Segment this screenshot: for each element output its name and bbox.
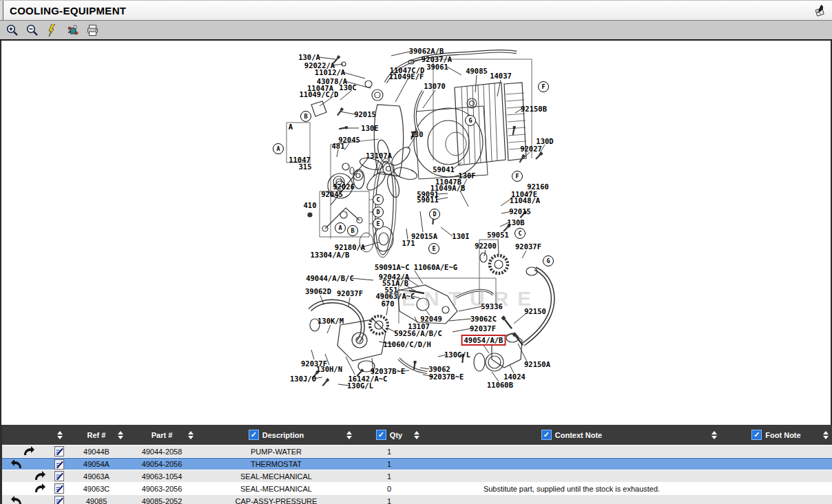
column-checkbox-checked[interactable] [376,430,386,440]
part-label[interactable]: 13107A [366,151,392,160]
sort-icon[interactable] [414,431,419,439]
part-label[interactable]: 92045 [321,190,343,198]
part-label[interactable]: 11048/A [510,196,540,204]
part-label-highlighted[interactable]: 49054/A/B [461,335,506,346]
table-header: Ref #Part #DescriptionQtyContext NoteFoo… [2,425,832,445]
sort-icon[interactable] [57,431,63,439]
part-label[interactable]: 11060B [487,381,513,389]
part-label[interactable]: 92150B [521,105,547,113]
hotspots-icon[interactable] [65,23,79,37]
callout-E: E [373,218,384,229]
part-label[interactable]: 130G/L [444,350,470,359]
part-label[interactable]: 49044/A/B/C [306,274,354,282]
column-checkbox-checked[interactable] [249,430,259,440]
sort-icon[interactable] [188,431,194,439]
part-label[interactable]: 410 [304,201,317,209]
table-row[interactable]: 4908549085-2052CAP-ASSY-PRESSURE1 [2,495,832,504]
column-header-row-actions[interactable] [2,425,66,445]
part-label[interactable]: 13070 [424,82,446,90]
part-label[interactable]: 130E [361,124,378,132]
column-header-qty[interactable]: Qty [355,425,423,445]
column-checkbox-checked[interactable] [541,430,552,440]
part-label[interactable]: 92015A [411,232,437,240]
part-label[interactable]: 92037B~E [429,372,464,381]
arrow-back-icon[interactable] [10,459,23,470]
zoom-in-icon[interactable] [6,23,19,37]
part-label[interactable]: 39062C [470,315,497,323]
part-label[interactable]: 92037F [515,242,541,251]
part-label[interactable]: 171 [402,239,415,247]
arrow-forward-icon[interactable] [23,445,35,457]
table-row[interactable]: 49063C49063-2056SEAL-MECHANICAL0Substitu… [2,483,832,494]
part-label[interactable]: 11049E/F [389,72,424,81]
part-label[interactable]: 14037 [490,72,512,80]
part-notes-icon[interactable] [54,446,64,457]
part-label[interactable]: 315 [299,162,312,171]
part-label[interactable]: 130J/O [290,375,316,383]
table-row[interactable]: 49044B49044-2058PUMP-WATER1 [2,445,832,457]
column-header-ref-[interactable]: Ref # [66,425,127,445]
sort-icon[interactable] [346,431,352,439]
part-label[interactable]: 130K/M [318,317,344,325]
column-header-foot-note[interactable]: Foot Note [720,425,832,445]
part-label[interactable]: 59256/A/B/C [394,329,442,337]
table-row[interactable]: 49063A49063-1054SEAL-MECHANICAL1 [2,470,832,482]
part-label[interactable]: 92015 [509,207,531,216]
part-notes-icon[interactable] [54,496,64,504]
part-label[interactable]: 130H/N [316,365,342,373]
part-notes-icon[interactable] [54,483,64,494]
part-label[interactable]: 92027 [520,145,542,153]
part-label[interactable]: 92015 [354,110,376,118]
part-label[interactable]: A [289,123,293,131]
sort-icon[interactable] [711,431,717,439]
part-label[interactable]: 481 [332,142,345,150]
part-label[interactable]: 670 [382,300,395,308]
part-label[interactable]: 11060/C/D/H [383,340,431,348]
part-label[interactable]: 130 [410,130,424,138]
column-checkbox-checked[interactable] [751,430,762,440]
part-label[interactable]: 92037F [337,289,363,297]
part-label[interactable]: 130I [452,232,469,240]
part-notes-icon[interactable] [54,459,64,470]
part-label[interactable]: 59336 [481,302,503,311]
arrow-back-icon[interactable] [10,495,23,504]
sort-icon[interactable] [823,431,829,439]
part-label[interactable]: 13304/A/B [311,251,350,259]
page-title: COOLING-EQUIPMENT [10,5,126,17]
part-label[interactable]: 130/A [298,53,320,61]
part-label[interactable]: 11012/A [315,68,345,76]
part-label[interactable]: 39061 [426,63,448,71]
part-label[interactable]: 39062A/B [409,47,444,55]
part-label[interactable]: 59091A~C 11060A/E~G [375,263,457,271]
part-label[interactable]: 92037F [470,324,496,333]
part-label[interactable]: 59011 [417,196,439,204]
arrow-forward-icon[interactable] [34,483,46,494]
part-label[interactable]: 130B [507,218,524,227]
arrow-forward-icon[interactable] [34,470,46,482]
part-label[interactable]: 130C [339,83,356,92]
part-label[interactable]: 59041 [433,165,455,174]
part-label[interactable]: 92200 [475,242,497,250]
part-label[interactable]: 92150A [524,360,550,368]
part-label[interactable]: 14024 [503,372,526,381]
part-label[interactable]: 92037B~E [371,367,406,375]
zoom-out-icon[interactable] [25,23,39,37]
column-label: Qty [390,431,402,439]
part-label[interactable]: 59051 [487,231,509,239]
column-header-description[interactable]: Description [197,425,355,445]
sort-icon[interactable] [118,431,123,439]
column-header-part-[interactable]: Part # [127,425,197,445]
diagram-area[interactable]: VENTURE [0,41,832,425]
lightning-icon[interactable] [45,23,59,37]
part-label[interactable]: 39062D [305,287,331,295]
part-label[interactable]: 130G/L [347,381,373,390]
part-label[interactable]: 92150 [524,307,546,315]
column-header-context-note[interactable]: Context Note [423,425,720,445]
context-note-cell [423,445,720,457]
annotate-icon[interactable] [811,3,826,18]
part-label[interactable]: 11049/C/D [300,90,339,98]
print-icon[interactable] [85,23,99,37]
part-label[interactable]: 49085 [466,67,488,75]
table-row-selected[interactable]: 49054A49054-2056THERMOSTAT1 [2,458,832,470]
part-notes-icon[interactable] [54,471,64,482]
